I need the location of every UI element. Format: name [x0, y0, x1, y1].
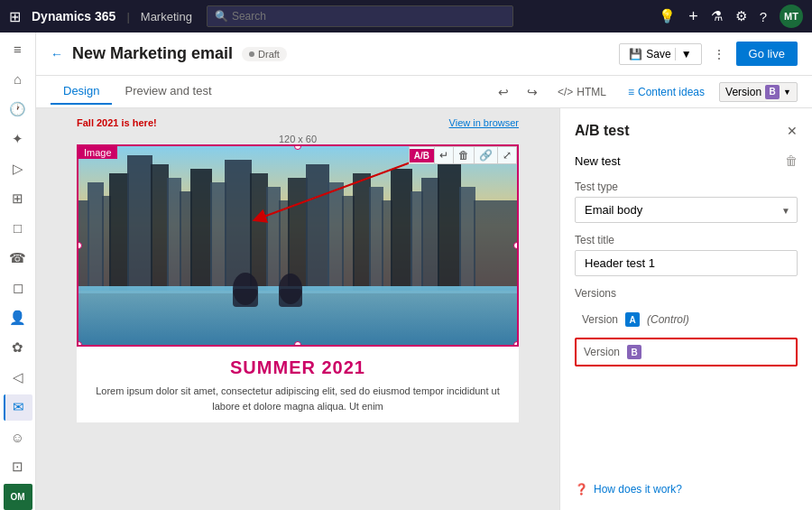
- filter-icon[interactable]: ⚗: [711, 8, 723, 24]
- handle-bm[interactable]: [294, 341, 301, 345]
- new-test-label: New test: [575, 154, 621, 168]
- version-b-badge: B: [627, 345, 641, 359]
- avatar[interactable]: MT: [780, 5, 803, 28]
- help-icon[interactable]: ?: [760, 9, 767, 24]
- ab-move-button[interactable]: ⤢: [497, 147, 516, 163]
- sidebar-pinned[interactable]: ✦: [4, 125, 32, 152]
- canvas: Fall 2021 is here! View in browser 120 x…: [36, 108, 559, 510]
- ab-return-button[interactable]: ↵: [434, 147, 453, 163]
- search-box[interactable]: 🔍: [207, 5, 513, 27]
- header-actions: 💾 Save ▼ ⋮ Go live: [619, 42, 798, 66]
- tab-design[interactable]: Design: [51, 79, 112, 105]
- sidebar-user-om[interactable]: OM: [4, 484, 32, 510]
- test-title-group: Test title: [575, 234, 798, 276]
- view-browser-link[interactable]: View in browser: [449, 117, 519, 128]
- redo-button[interactable]: ↪: [521, 81, 543, 103]
- sidebar-recent[interactable]: 🕐: [4, 96, 32, 122]
- test-type-group: Test type Email body ▼: [575, 181, 798, 223]
- how-works-link[interactable]: ❓ How does it work?: [575, 483, 798, 496]
- sidebar-content[interactable]: □: [4, 215, 32, 241]
- svg-rect-4: [109, 173, 129, 291]
- city-svg: [78, 146, 517, 345]
- settings-icon[interactable]: ⚙: [735, 8, 747, 24]
- save-icon: 💾: [629, 48, 642, 60]
- svg-rect-17: [328, 182, 344, 291]
- ab-panel-close-button[interactable]: ✕: [787, 124, 798, 138]
- version-a-control-label: (Control): [647, 313, 689, 326]
- ab-test-panel: A/B test ✕ New test 🗑 Test type Email bo…: [559, 108, 812, 510]
- svg-rect-22: [391, 169, 412, 291]
- versions-label: Versions: [575, 287, 798, 300]
- toolbar-actions: ↩ ↪ </> HTML ≡ Content ideas Version B ▼: [493, 81, 798, 103]
- page-title: New Marketing email: [72, 44, 233, 63]
- sidebar-marketing[interactable]: ✿: [4, 335, 32, 361]
- page-header: ← New Marketing email Draft 💾 Save ▼ ⋮ G…: [36, 32, 812, 76]
- lorem-text: Lorem ipsum dolor sit amet, consectetur …: [77, 384, 519, 422]
- sidebar-box[interactable]: ⊡: [4, 454, 32, 480]
- save-button[interactable]: 💾 Save ▼: [619, 43, 701, 65]
- svg-rect-20: [369, 187, 383, 291]
- handle-br[interactable]: [513, 341, 517, 345]
- ab-toolbar: A/B ↵ 🗑 🔗 ⤢: [409, 146, 517, 164]
- test-title-label: Test title: [575, 234, 798, 246]
- more-options-button[interactable]: ⋮: [707, 43, 731, 65]
- svg-rect-12: [250, 173, 268, 291]
- ab-link-button[interactable]: 🔗: [474, 147, 497, 163]
- svg-rect-26: [459, 187, 475, 291]
- version-badge[interactable]: Version B ▼: [719, 82, 798, 102]
- sidebar-phone[interactable]: ☎: [4, 245, 32, 271]
- content-ideas-button[interactable]: ≡ Content ideas: [621, 82, 712, 102]
- grid-icon[interactable]: ⊞: [9, 8, 21, 25]
- svg-rect-16: [306, 164, 329, 291]
- sidebar-play[interactable]: ▷: [4, 155, 32, 181]
- new-test-delete-button[interactable]: 🗑: [785, 153, 798, 168]
- test-title-input[interactable]: [575, 250, 798, 276]
- sidebar-smiley[interactable]: ☺: [4, 424, 32, 450]
- toolbar: Design Preview and test ↩ ↪ </> HTML ≡ C…: [36, 76, 812, 108]
- save-dropdown-icon[interactable]: ▼: [675, 48, 692, 60]
- version-a-row[interactable]: Version A (Control): [575, 307, 798, 332]
- version-a-tag: Version: [582, 313, 618, 326]
- svg-rect-5: [127, 155, 152, 291]
- sidebar-back[interactable]: ◁: [4, 365, 32, 391]
- svg-rect-25: [438, 164, 461, 291]
- sidebar-grid[interactable]: ⊞: [4, 185, 32, 211]
- sidebar-hamburger[interactable]: ≡: [4, 36, 32, 62]
- version-chevron[interactable]: ▼: [783, 88, 791, 97]
- sidebar-contacts[interactable]: 👤: [4, 305, 32, 331]
- code-icon: </>: [558, 86, 573, 98]
- module-label: Marketing: [141, 10, 192, 23]
- go-live-button[interactable]: Go live: [736, 42, 798, 66]
- version-b-row[interactable]: Version B: [575, 338, 798, 366]
- back-button[interactable]: ←: [51, 47, 63, 61]
- svg-rect-10: [210, 182, 226, 291]
- svg-rect-2: [88, 182, 104, 291]
- handle-mr[interactable]: [513, 242, 517, 249]
- plus-icon[interactable]: +: [688, 7, 698, 26]
- svg-rect-11: [225, 160, 252, 291]
- lightbulb-icon[interactable]: 💡: [659, 8, 676, 24]
- test-type-select[interactable]: Email body: [575, 197, 798, 223]
- sidebar: ≡ ⌂ 🕐 ✦ ▷ ⊞ □ ☎ ◻ 👤 ✿ ◁ ✉ ☺ ⊡ OM: [0, 32, 36, 510]
- tab-preview[interactable]: Preview and test: [112, 79, 224, 105]
- new-test-row: New test 🗑: [575, 153, 798, 168]
- search-input[interactable]: [232, 10, 505, 23]
- version-b-badge: B: [765, 85, 780, 99]
- test-type-label: Test type: [575, 181, 798, 193]
- svg-rect-33: [279, 289, 302, 307]
- sidebar-home[interactable]: ⌂: [4, 66, 32, 92]
- svg-rect-23: [411, 191, 423, 291]
- undo-button[interactable]: ↩: [493, 81, 514, 103]
- version-a-badge: A: [625, 312, 640, 327]
- svg-rect-9: [190, 169, 212, 291]
- html-button[interactable]: </> HTML: [550, 82, 614, 102]
- version-b-tag: Version: [584, 346, 620, 358]
- layout: ≡ ⌂ 🕐 ✦ ▷ ⊞ □ ☎ ◻ 👤 ✿ ◁ ✉ ☺ ⊡ OM ← New M…: [0, 32, 812, 510]
- svg-rect-31: [233, 289, 258, 307]
- sidebar-email[interactable]: ✉: [4, 394, 32, 421]
- image-block[interactable]: Image A/B ↵ 🗑 🔗 ⤢: [77, 144, 519, 347]
- sidebar-segments[interactable]: ◻: [4, 275, 32, 301]
- status-label: Draft: [258, 49, 280, 60]
- city-image: [78, 146, 517, 345]
- ab-delete-button[interactable]: 🗑: [453, 147, 474, 163]
